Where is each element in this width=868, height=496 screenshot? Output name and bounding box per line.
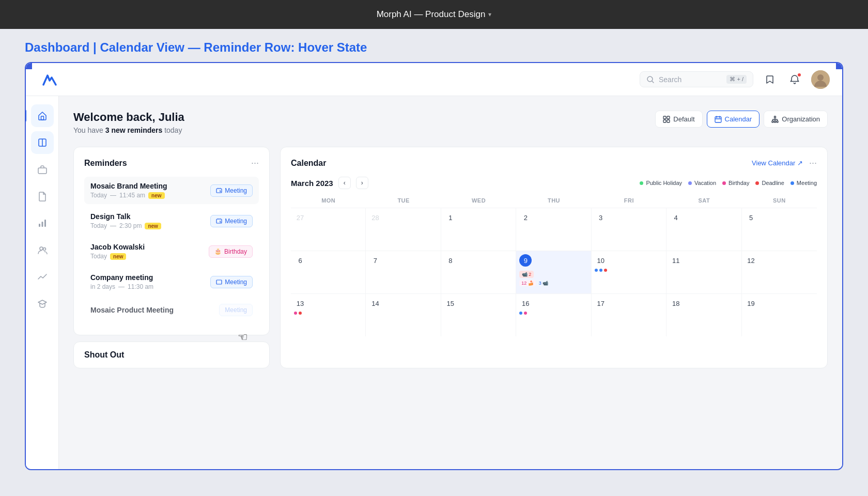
cal-cell-5[interactable]: 5: [742, 208, 817, 251]
reminder-item-5[interactable]: Mosaic Product Meeting Meeting: [84, 299, 259, 321]
cal-cell-11[interactable]: 11: [667, 251, 741, 293]
cal-cell-13[interactable]: 13: [291, 294, 366, 336]
reminder-tag-1: Meeting: [210, 184, 253, 197]
cal-cell-28[interactable]: 28: [366, 208, 441, 251]
view-btn-default[interactable]: Default: [655, 111, 702, 128]
legend-vacation: Vacation: [688, 180, 716, 186]
new-badge-2: new: [145, 223, 161, 229]
reminder-title-3: Jacob Kowalski: [90, 243, 145, 251]
sidebar-item-workspace[interactable]: [31, 131, 54, 154]
sidebar-item-graduation[interactable]: [31, 292, 54, 315]
reminders-title: Reminders: [84, 159, 127, 168]
page-label: Dashboard | Calendar View — Reminder Row…: [25, 40, 367, 54]
calendar-legend: Public Holiday Vacation Birthday: [640, 180, 817, 186]
search-icon: [646, 75, 655, 84]
cal-cell-8[interactable]: 8: [441, 251, 516, 293]
cal-cell-3[interactable]: 3: [592, 208, 667, 251]
reminder-item-2[interactable]: Design Talk Today — 2:30 pm new: [84, 207, 259, 235]
day-sun: SUN: [742, 195, 817, 206]
search-bar[interactable]: Search ⌘ + /: [640, 71, 753, 87]
new-badge-1: new: [148, 192, 164, 199]
sidebar-item-chart[interactable]: [31, 266, 54, 288]
dot-birthday-16: [524, 312, 527, 315]
bookmark-icon[interactable]: [762, 71, 778, 88]
top-bar-title: Morph AI — Product Design ▾: [377, 9, 492, 20]
svg-rect-6: [38, 168, 47, 174]
notification-badge: [797, 72, 802, 78]
calendar-days-header: MON TUE WED THU FRI SAT SUN: [291, 195, 817, 206]
day-sat: SAT: [667, 195, 741, 206]
reminder-tag-2: Meeting: [210, 215, 253, 227]
sidebar-item-home[interactable]: [31, 104, 54, 127]
reminders-menu[interactable]: ···: [251, 158, 259, 168]
dot-deadline: [604, 269, 607, 272]
workspace-chevron[interactable]: ▾: [488, 11, 491, 18]
reminder-item-4[interactable]: Company meeting in 2 days — 11:30 am: [84, 268, 259, 296]
day-thu: THU: [516, 195, 591, 206]
reminder-item-3[interactable]: Jacob Kowalski Today new 🎂 Birthday: [84, 238, 259, 265]
cal-cell-7[interactable]: 7: [366, 251, 441, 293]
cal-cell-10[interactable]: 10: [592, 251, 667, 293]
prev-month-button[interactable]: ‹: [338, 177, 351, 189]
sidebar-item-people[interactable]: [31, 239, 54, 261]
cal-cell-6[interactable]: 6: [291, 251, 366, 293]
main-content: Welcome back, Julia You have 3 new remin…: [59, 96, 842, 470]
calendar-week-3: 13 14 15: [291, 293, 817, 336]
legend-dot-holiday: [640, 181, 643, 185]
view-btn-organization[interactable]: Organization: [764, 111, 828, 128]
avatar[interactable]: [811, 70, 830, 89]
sidebar-item-document[interactable]: [31, 185, 54, 208]
cal-cell-14[interactable]: 14: [366, 294, 441, 336]
cal-cell-27[interactable]: 27: [291, 208, 366, 251]
shout-out-title: Shout Out: [84, 350, 124, 359]
notification-icon[interactable]: [786, 71, 803, 88]
svg-rect-16: [667, 120, 670, 122]
sidebar: [26, 96, 59, 470]
legend-deadline: Deadline: [755, 180, 784, 186]
top-bar: Morph AI — Product Design ▾: [0, 0, 868, 29]
svg-rect-23: [774, 121, 776, 122]
cal-cell-18[interactable]: 18: [667, 294, 741, 336]
cal-cell-17[interactable]: 17: [592, 294, 667, 336]
day-tue: TUE: [366, 195, 441, 206]
svg-rect-17: [715, 117, 721, 122]
subtitle: You have 3 new reminders today: [73, 126, 184, 134]
cal-cell-4[interactable]: 4: [667, 208, 741, 251]
calendar-menu[interactable]: ···: [809, 158, 817, 168]
welcome-text: Welcome back, Julia You have 3 new remin…: [73, 111, 184, 134]
search-placeholder: Search: [659, 75, 681, 84]
sidebar-item-briefcase[interactable]: [31, 158, 54, 181]
corner-tr: [836, 62, 843, 69]
cal-cell-19[interactable]: 19: [742, 294, 817, 336]
header-icons: [762, 70, 830, 89]
cal-cell-1[interactable]: 1: [441, 208, 516, 251]
cal-cell-12[interactable]: 12: [742, 251, 817, 293]
sidebar-item-analytics[interactable]: [31, 212, 54, 235]
legend-dot-meeting: [791, 181, 794, 185]
reminders-card: Reminders ··· Mosaic Brand Meeting Today…: [73, 147, 270, 335]
cal-cell-2[interactable]: 2: [516, 208, 591, 251]
reminder-item-1[interactable]: Mosaic Brand Meeting Today — 11:45 am ne…: [84, 177, 259, 204]
reminder-title-2: Design Talk: [90, 212, 161, 221]
reminder-tag-4: Meeting: [210, 276, 253, 288]
svg-rect-30: [216, 189, 222, 193]
day-wed: WED: [441, 195, 516, 206]
view-btn-calendar[interactable]: Calendar: [707, 111, 760, 128]
reminder-tag-5: Meeting: [219, 304, 253, 316]
svg-rect-14: [667, 116, 670, 119]
svg-point-2: [817, 74, 824, 81]
calendar-title: Calendar: [291, 159, 326, 168]
view-calendar-link[interactable]: View Calendar ↗: [752, 159, 803, 167]
cal-cell-15[interactable]: 15: [441, 294, 516, 336]
cal-cell-16[interactable]: 16: [516, 294, 591, 336]
cal-cell-9-today[interactable]: 9 📹 2 12 🍰: [516, 251, 591, 293]
corner-tl: [25, 62, 32, 69]
legend-meeting: Meeting: [791, 180, 817, 186]
next-month-button[interactable]: ›: [356, 177, 368, 189]
svg-rect-15: [663, 120, 666, 122]
svg-rect-9: [44, 220, 46, 227]
dashboard-columns: Reminders ··· Mosaic Brand Meeting Today…: [73, 147, 828, 368]
logo-svg: [40, 70, 59, 89]
svg-rect-13: [663, 116, 666, 119]
day-fri: FRI: [592, 195, 667, 206]
